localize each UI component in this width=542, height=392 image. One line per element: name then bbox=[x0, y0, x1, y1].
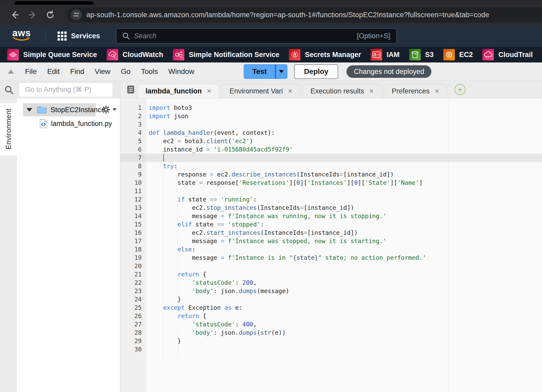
sqs-icon bbox=[7, 49, 19, 60]
line-number: 24 bbox=[120, 295, 146, 304]
code-line-21[interactable]: return { bbox=[146, 270, 542, 279]
workspace: Environment StopEC2Instance - bbox=[0, 81, 542, 392]
new-tab-button[interactable]: + bbox=[455, 84, 465, 95]
code-line-11[interactable] bbox=[146, 187, 542, 195]
favorite-ec2[interactable]: EC2 bbox=[443, 49, 473, 60]
menu-edit[interactable]: Edit bbox=[47, 67, 60, 76]
goto-anything-input[interactable] bbox=[19, 83, 112, 97]
menu-find[interactable]: Find bbox=[70, 67, 84, 76]
tab-lambda_function[interactable]: lambda_function× bbox=[137, 84, 219, 98]
aws-search-shortcut: [Option+S] bbox=[357, 32, 390, 40]
line-number: 17 bbox=[120, 237, 146, 245]
favorite-label: Simple Queue Service bbox=[23, 51, 97, 59]
line-number: 1 bbox=[120, 104, 146, 112]
indent-guide bbox=[163, 154, 163, 363]
close-icon[interactable]: × bbox=[288, 87, 292, 95]
code-line-18[interactable]: else: bbox=[146, 245, 542, 254]
line-number: 21 bbox=[120, 270, 146, 279]
code-line-9[interactable]: response = ec2.describe_instances(Instan… bbox=[146, 170, 542, 179]
line-number: 27 bbox=[120, 320, 146, 328]
test-dropdown-button[interactable] bbox=[275, 65, 287, 79]
code-line-28[interactable]: 'body': json.dumps(str(e)) bbox=[146, 328, 542, 337]
settings-button[interactable] bbox=[102, 105, 117, 114]
test-button[interactable]: Test bbox=[244, 65, 275, 79]
code-line-8[interactable]: try: bbox=[146, 162, 542, 170]
line-number: 9 bbox=[120, 170, 146, 179]
code-line-17[interactable]: message = f'Instance was stopped, now it… bbox=[146, 237, 542, 245]
favorite-label: CloudTrail bbox=[498, 51, 533, 59]
line-number: 13 bbox=[120, 204, 146, 212]
code-line-12[interactable]: if state == 'running': bbox=[146, 195, 542, 204]
code-line-7[interactable] bbox=[146, 154, 542, 162]
line-number: 20 bbox=[120, 262, 146, 270]
code-line-13[interactable]: ec2.stop_instances(InstanceIds=[instance… bbox=[146, 204, 542, 212]
aws-logo[interactable]: aws bbox=[11, 29, 32, 43]
tab-environment-vari[interactable]: Environment Vari× bbox=[221, 84, 300, 98]
menu-tools[interactable]: Tools bbox=[141, 67, 158, 76]
favorite-cloudtrail[interactable]: CloudTrail bbox=[482, 49, 533, 60]
code-pane[interactable]: import boto3import jsondef lambda_handle… bbox=[146, 98, 542, 392]
url-bar[interactable]: ap-south-1.console.aws.amazon.com/lambda… bbox=[66, 7, 542, 22]
editor: lambda_function×Environment Vari×Executi… bbox=[120, 81, 542, 392]
environment-panel: Environment StopEC2Instance - bbox=[0, 98, 120, 392]
favorite-iam[interactable]: IAM bbox=[371, 49, 400, 60]
code-line-26[interactable]: return { bbox=[146, 312, 542, 320]
code-line-5[interactable]: ec2 = boto3.client('ec2') bbox=[146, 137, 542, 145]
code-line-24[interactable]: } bbox=[146, 295, 542, 304]
print-margin-line bbox=[448, 98, 449, 392]
services-button[interactable]: Services bbox=[58, 31, 100, 41]
tab-list-icon[interactable] bbox=[126, 85, 135, 94]
code-line-3[interactable] bbox=[146, 120, 542, 129]
aws-smile-icon bbox=[12, 37, 31, 42]
search-icon bbox=[4, 85, 14, 94]
favorite-cloudwatch[interactable]: CloudWatch bbox=[107, 49, 163, 60]
code-line-29[interactable]: } bbox=[146, 337, 542, 345]
code-line-14[interactable]: message = f'Instance was running, now it… bbox=[146, 212, 542, 220]
favorite-simple-notification-service[interactable]: Simple Notification Service bbox=[173, 49, 279, 60]
browser-tab[interactable] bbox=[14, 1, 94, 5]
code-line-27[interactable]: 'statusCode': 400, bbox=[146, 320, 542, 328]
code-line-15[interactable]: elif state == 'stopped': bbox=[146, 220, 542, 229]
close-icon[interactable]: × bbox=[369, 87, 373, 95]
line-number: 14 bbox=[120, 212, 146, 220]
menu-file[interactable]: File bbox=[25, 67, 37, 76]
favorite-simple-queue-service[interactable]: Simple Queue Service bbox=[7, 49, 97, 60]
sns-icon bbox=[173, 49, 184, 60]
code-line-25[interactable]: except Exception as e: bbox=[146, 304, 542, 312]
code-line-19[interactable]: message = f'Instance is in "{state}" sta… bbox=[146, 254, 542, 262]
menu-window[interactable]: Window bbox=[168, 67, 194, 76]
forward-icon[interactable] bbox=[28, 10, 37, 19]
menu-go[interactable]: Go bbox=[121, 67, 130, 76]
browser-tabstrip bbox=[0, 0, 542, 5]
code-area[interactable]: 1234567891011121314151617181920212223242… bbox=[120, 98, 542, 392]
code-line-2[interactable]: import json bbox=[146, 112, 542, 120]
code-line-16[interactable]: ec2.start_instances(InstanceIds=[instanc… bbox=[146, 229, 542, 237]
back-icon[interactable] bbox=[10, 10, 19, 19]
chevron-down-icon bbox=[279, 70, 284, 73]
code-line-22[interactable]: 'statusCode': 200, bbox=[146, 279, 542, 287]
reload-icon[interactable] bbox=[46, 10, 55, 19]
site-info-icon[interactable] bbox=[71, 9, 82, 20]
favorite-s3[interactable]: S3 bbox=[409, 49, 434, 60]
deploy-button[interactable]: Deploy bbox=[294, 64, 338, 79]
aws-navbar: aws Services Search [Option+S] bbox=[0, 25, 542, 47]
favorite-secrets-manager[interactable]: Secrets Manager bbox=[289, 49, 361, 60]
favorite-label: Simple Notification Service bbox=[189, 51, 279, 59]
tree-row-folder[interactable]: StopEC2Instance - bbox=[0, 104, 120, 116]
code-line-6[interactable]: instance_id = 'i-015680d45acd5f92f9' bbox=[146, 145, 542, 154]
aws-search-box[interactable]: Search [Option+S] bbox=[116, 28, 397, 43]
code-line-30[interactable] bbox=[146, 345, 542, 353]
code-line-20[interactable] bbox=[146, 262, 542, 270]
code-line-23[interactable]: 'body': json.dumps(message) bbox=[146, 287, 542, 295]
tab-execution-results[interactable]: Execution results× bbox=[302, 84, 382, 98]
code-line-4[interactable]: def lambda_handler(event, context): bbox=[146, 129, 542, 137]
close-icon[interactable]: × bbox=[435, 87, 439, 95]
folder-expand-icon[interactable] bbox=[27, 108, 32, 112]
menu-view[interactable]: View bbox=[95, 67, 110, 76]
tree-row-file[interactable]: lambda_function.py bbox=[0, 118, 120, 130]
tab-preferences[interactable]: Preferences× bbox=[384, 84, 447, 98]
close-icon[interactable]: × bbox=[207, 87, 211, 95]
collapse-panel-icon[interactable] bbox=[8, 69, 14, 74]
code-line-1[interactable]: import boto3 bbox=[146, 104, 542, 112]
code-line-10[interactable]: state = response['Reservations'][0]['Ins… bbox=[146, 179, 542, 187]
